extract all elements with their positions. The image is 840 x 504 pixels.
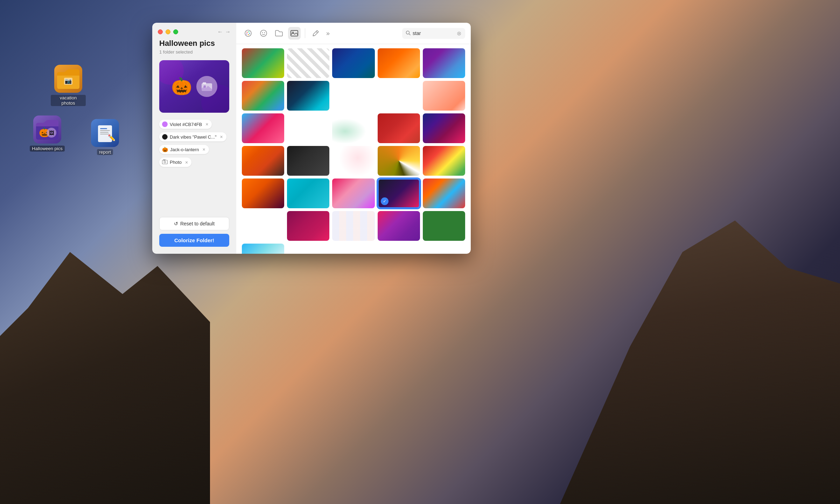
grid-item-8[interactable] — [332, 81, 374, 111]
grid-item-10[interactable] — [423, 81, 465, 111]
grid-item-16[interactable] — [242, 146, 284, 176]
search-input[interactable] — [413, 30, 455, 36]
nav-arrows: ← → — [217, 29, 231, 35]
report-folder-icon: ✏️ — [91, 119, 119, 147]
report-label: report — [97, 149, 113, 155]
grid-item-11[interactable] — [242, 113, 284, 143]
minimize-button[interactable] — [166, 29, 170, 34]
grid-item-25[interactable] — [423, 178, 465, 208]
toolbar-emoji[interactable] — [257, 27, 270, 40]
grid-item-27[interactable] — [287, 211, 329, 241]
tag-photo-remove[interactable]: × — [185, 160, 188, 165]
bottom-buttons: ↺ Reset to default Colorize Folder! — [152, 210, 236, 254]
maximize-button[interactable] — [173, 29, 178, 34]
grid-item-18[interactable] — [332, 146, 374, 176]
search-box: ⊗ — [402, 28, 465, 39]
folder-preview: 🎃 — [159, 60, 229, 113]
svg-rect-14 — [162, 160, 168, 164]
grid-item-23[interactable] — [332, 178, 374, 208]
grid-item-12[interactable] — [287, 113, 329, 143]
halloween-pics-label: Halloween pics — [30, 146, 64, 152]
left-panel: ← → Halloween pics 1 folder selected 🎃 — [152, 23, 236, 254]
tag-violet-label: Violet #CB74FB — [170, 122, 202, 127]
grid-item-20[interactable] — [423, 146, 465, 176]
svg-point-21 — [248, 34, 249, 35]
grid-item-14[interactable] — [378, 113, 420, 143]
vacation-photos-label: vacation photos — [51, 95, 86, 106]
toolbar-divider — [305, 28, 305, 38]
svg-point-15 — [164, 161, 166, 163]
svg-point-25 — [264, 32, 265, 33]
toolbar-eyedropper[interactable] — [309, 27, 322, 40]
grid-item-1[interactable] — [242, 48, 284, 78]
grid-item-24-selected[interactable]: ✓ — [378, 178, 420, 208]
tag-jack-o-lantern-remove[interactable]: × — [202, 147, 205, 152]
grid-item-29[interactable] — [378, 211, 420, 241]
halloween-pics-folder-icon: 🎃 🖼 — [33, 115, 61, 144]
tag-photo-icon — [162, 159, 168, 165]
svg-point-28 — [313, 35, 314, 36]
grid-item-19[interactable] — [378, 146, 420, 176]
desktop-icon-vacation-photos[interactable]: 📷 vacation photos — [51, 65, 86, 106]
grid-item-4[interactable] — [378, 48, 420, 78]
toolbar-image[interactable] — [288, 27, 301, 40]
grid-item-15[interactable] — [423, 113, 465, 143]
grid-item-7[interactable] — [287, 81, 329, 111]
toolbar-more[interactable]: » — [325, 28, 331, 38]
tag-jack-o-lantern: 🎃 Jack-o-lantern × — [159, 145, 209, 154]
app-window: ← → Halloween pics 1 folder selected 🎃 — [152, 23, 471, 254]
grid-item-28[interactable] — [332, 211, 374, 241]
tag-violet-dot — [162, 121, 168, 127]
toolbar-palette[interactable] — [242, 27, 254, 40]
tag-violet-remove[interactable]: × — [205, 121, 208, 127]
grid-item-26[interactable] — [242, 211, 284, 241]
tag-dark-vibes-remove[interactable]: × — [220, 134, 223, 140]
folder-preview-photo — [196, 76, 217, 97]
svg-rect-8 — [100, 132, 108, 133]
grid-item-5[interactable] — [423, 48, 465, 78]
grid-item-31[interactable] — [242, 244, 284, 254]
close-button[interactable] — [158, 29, 163, 34]
right-toolbar: » ⊗ — [236, 23, 471, 44]
tag-photo: Photo × — [159, 158, 191, 167]
vacation-photos-folder-icon: 📷 — [54, 65, 82, 93]
search-icon — [406, 30, 411, 36]
tag-jack-o-lantern-icon: 🎃 — [162, 147, 168, 152]
grid-item-9[interactable] — [378, 81, 420, 111]
grid-item-21[interactable] — [242, 178, 284, 208]
svg-text:📷: 📷 — [65, 78, 72, 84]
image-grid: ✓ — [236, 44, 471, 254]
svg-point-17 — [245, 30, 251, 36]
folder-subtitle: 1 folder selected — [152, 49, 236, 60]
colorize-button[interactable]: Colorize Folder! — [159, 234, 229, 247]
toolbar-folder[interactable] — [273, 27, 285, 40]
back-arrow[interactable]: ← — [217, 29, 223, 35]
window-controls: ← → — [152, 23, 236, 39]
svg-text:🖼: 🖼 — [49, 130, 54, 136]
folder-preview-pumpkin: 🎃 — [171, 77, 192, 96]
svg-point-23 — [260, 30, 267, 36]
desktop-icon-halloween-pics[interactable]: 🎃 🖼 Halloween pics — [30, 115, 65, 152]
svg-point-22 — [246, 34, 247, 35]
grid-item-17[interactable] — [287, 146, 329, 176]
reset-button[interactable]: ↺ Reset to default — [159, 217, 229, 230]
desktop-icon-report[interactable]: ✏️ report — [88, 119, 122, 155]
svg-point-19 — [248, 31, 250, 33]
tag-dark-vibes-dot — [162, 134, 168, 140]
tag-violet: Violet #CB74FB × — [159, 120, 212, 129]
grid-item-6[interactable] — [242, 81, 284, 111]
grid-item-3[interactable] — [332, 48, 374, 78]
tag-dark-vibes: Dark vibes "Pawel C..." × — [159, 132, 226, 141]
forward-arrow[interactable]: → — [225, 29, 231, 35]
svg-rect-26 — [291, 30, 298, 36]
reset-icon: ↺ — [174, 221, 178, 226]
grid-item-22[interactable] — [287, 178, 329, 208]
right-panel: » ⊗ — [236, 23, 471, 254]
grid-item-13[interactable] — [332, 113, 374, 143]
grid-item-2[interactable] — [287, 48, 329, 78]
search-clear-button[interactable]: ⊗ — [457, 30, 461, 37]
grid-item-30[interactable] — [423, 211, 465, 241]
reset-label: Reset to default — [180, 221, 215, 226]
svg-point-18 — [247, 32, 248, 33]
tag-jack-o-lantern-label: Jack-o-lantern — [170, 147, 199, 152]
